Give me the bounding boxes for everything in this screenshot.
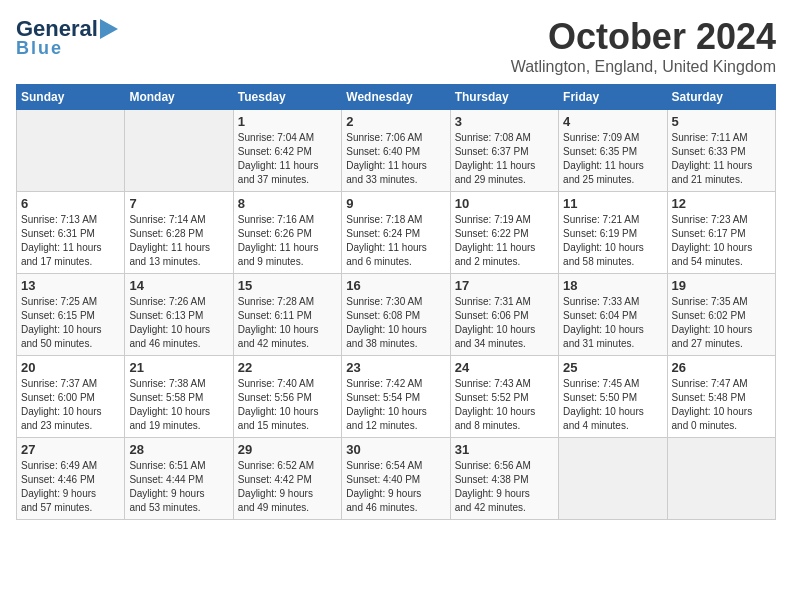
cell-content: Sunrise: 7:35 AM Sunset: 6:02 PM Dayligh… <box>672 295 771 351</box>
cell-content: Sunrise: 7:04 AM Sunset: 6:42 PM Dayligh… <box>238 131 337 187</box>
day-number: 28 <box>129 442 228 457</box>
day-number: 3 <box>455 114 554 129</box>
day-number: 22 <box>238 360 337 375</box>
day-number: 14 <box>129 278 228 293</box>
calendar-cell: 20Sunrise: 7:37 AM Sunset: 6:00 PM Dayli… <box>17 356 125 438</box>
calendar-cell: 16Sunrise: 7:30 AM Sunset: 6:08 PM Dayli… <box>342 274 450 356</box>
weekday-header-wednesday: Wednesday <box>342 85 450 110</box>
calendar-cell <box>559 438 667 520</box>
day-number: 2 <box>346 114 445 129</box>
page-header: General Blue October 2024 Watlington, En… <box>16 16 776 76</box>
calendar-week-3: 13Sunrise: 7:25 AM Sunset: 6:15 PM Dayli… <box>17 274 776 356</box>
svg-marker-0 <box>100 19 118 39</box>
cell-content: Sunrise: 7:08 AM Sunset: 6:37 PM Dayligh… <box>455 131 554 187</box>
day-number: 12 <box>672 196 771 211</box>
cell-content: Sunrise: 6:54 AM Sunset: 4:40 PM Dayligh… <box>346 459 445 515</box>
cell-content: Sunrise: 7:26 AM Sunset: 6:13 PM Dayligh… <box>129 295 228 351</box>
cell-content: Sunrise: 7:40 AM Sunset: 5:56 PM Dayligh… <box>238 377 337 433</box>
day-number: 19 <box>672 278 771 293</box>
cell-content: Sunrise: 7:11 AM Sunset: 6:33 PM Dayligh… <box>672 131 771 187</box>
cell-content: Sunrise: 7:25 AM Sunset: 6:15 PM Dayligh… <box>21 295 120 351</box>
day-number: 1 <box>238 114 337 129</box>
calendar-cell: 24Sunrise: 7:43 AM Sunset: 5:52 PM Dayli… <box>450 356 558 438</box>
calendar-cell: 31Sunrise: 6:56 AM Sunset: 4:38 PM Dayli… <box>450 438 558 520</box>
cell-content: Sunrise: 7:14 AM Sunset: 6:28 PM Dayligh… <box>129 213 228 269</box>
month-title: October 2024 <box>511 16 776 58</box>
calendar-cell: 23Sunrise: 7:42 AM Sunset: 5:54 PM Dayli… <box>342 356 450 438</box>
cell-content: Sunrise: 7:16 AM Sunset: 6:26 PM Dayligh… <box>238 213 337 269</box>
day-number: 11 <box>563 196 662 211</box>
cell-content: Sunrise: 7:31 AM Sunset: 6:06 PM Dayligh… <box>455 295 554 351</box>
calendar-cell: 11Sunrise: 7:21 AM Sunset: 6:19 PM Dayli… <box>559 192 667 274</box>
calendar-cell: 13Sunrise: 7:25 AM Sunset: 6:15 PM Dayli… <box>17 274 125 356</box>
day-number: 31 <box>455 442 554 457</box>
calendar-cell: 27Sunrise: 6:49 AM Sunset: 4:46 PM Dayli… <box>17 438 125 520</box>
calendar-week-5: 27Sunrise: 6:49 AM Sunset: 4:46 PM Dayli… <box>17 438 776 520</box>
cell-content: Sunrise: 7:47 AM Sunset: 5:48 PM Dayligh… <box>672 377 771 433</box>
location: Watlington, England, United Kingdom <box>511 58 776 76</box>
calendar-cell: 10Sunrise: 7:19 AM Sunset: 6:22 PM Dayli… <box>450 192 558 274</box>
day-number: 25 <box>563 360 662 375</box>
calendar-cell: 9Sunrise: 7:18 AM Sunset: 6:24 PM Daylig… <box>342 192 450 274</box>
calendar-cell: 3Sunrise: 7:08 AM Sunset: 6:37 PM Daylig… <box>450 110 558 192</box>
calendar-cell: 12Sunrise: 7:23 AM Sunset: 6:17 PM Dayli… <box>667 192 775 274</box>
logo-triangle-icon <box>100 19 118 39</box>
day-number: 29 <box>238 442 337 457</box>
cell-content: Sunrise: 7:37 AM Sunset: 6:00 PM Dayligh… <box>21 377 120 433</box>
cell-content: Sunrise: 7:45 AM Sunset: 5:50 PM Dayligh… <box>563 377 662 433</box>
weekday-header-tuesday: Tuesday <box>233 85 341 110</box>
day-number: 15 <box>238 278 337 293</box>
cell-content: Sunrise: 7:09 AM Sunset: 6:35 PM Dayligh… <box>563 131 662 187</box>
calendar-cell: 22Sunrise: 7:40 AM Sunset: 5:56 PM Dayli… <box>233 356 341 438</box>
cell-content: Sunrise: 7:19 AM Sunset: 6:22 PM Dayligh… <box>455 213 554 269</box>
calendar-cell: 18Sunrise: 7:33 AM Sunset: 6:04 PM Dayli… <box>559 274 667 356</box>
cell-content: Sunrise: 7:21 AM Sunset: 6:19 PM Dayligh… <box>563 213 662 269</box>
weekday-header-sunday: Sunday <box>17 85 125 110</box>
day-number: 24 <box>455 360 554 375</box>
calendar-cell: 15Sunrise: 7:28 AM Sunset: 6:11 PM Dayli… <box>233 274 341 356</box>
calendar-cell: 1Sunrise: 7:04 AM Sunset: 6:42 PM Daylig… <box>233 110 341 192</box>
calendar-cell <box>125 110 233 192</box>
cell-content: Sunrise: 7:06 AM Sunset: 6:40 PM Dayligh… <box>346 131 445 187</box>
day-number: 27 <box>21 442 120 457</box>
calendar-cell: 5Sunrise: 7:11 AM Sunset: 6:33 PM Daylig… <box>667 110 775 192</box>
calendar-cell: 6Sunrise: 7:13 AM Sunset: 6:31 PM Daylig… <box>17 192 125 274</box>
calendar-cell <box>17 110 125 192</box>
cell-content: Sunrise: 7:33 AM Sunset: 6:04 PM Dayligh… <box>563 295 662 351</box>
cell-content: Sunrise: 6:49 AM Sunset: 4:46 PM Dayligh… <box>21 459 120 515</box>
calendar-cell: 28Sunrise: 6:51 AM Sunset: 4:44 PM Dayli… <box>125 438 233 520</box>
logo-blue: Blue <box>16 38 63 59</box>
day-number: 30 <box>346 442 445 457</box>
day-number: 6 <box>21 196 120 211</box>
cell-content: Sunrise: 7:30 AM Sunset: 6:08 PM Dayligh… <box>346 295 445 351</box>
day-number: 8 <box>238 196 337 211</box>
cell-content: Sunrise: 7:23 AM Sunset: 6:17 PM Dayligh… <box>672 213 771 269</box>
weekday-header-friday: Friday <box>559 85 667 110</box>
day-number: 10 <box>455 196 554 211</box>
cell-content: Sunrise: 7:28 AM Sunset: 6:11 PM Dayligh… <box>238 295 337 351</box>
day-number: 16 <box>346 278 445 293</box>
calendar-cell: 2Sunrise: 7:06 AM Sunset: 6:40 PM Daylig… <box>342 110 450 192</box>
day-number: 20 <box>21 360 120 375</box>
day-number: 23 <box>346 360 445 375</box>
day-number: 9 <box>346 196 445 211</box>
logo: General Blue <box>16 16 120 59</box>
calendar-cell: 14Sunrise: 7:26 AM Sunset: 6:13 PM Dayli… <box>125 274 233 356</box>
calendar-cell <box>667 438 775 520</box>
calendar-cell: 8Sunrise: 7:16 AM Sunset: 6:26 PM Daylig… <box>233 192 341 274</box>
calendar-cell: 21Sunrise: 7:38 AM Sunset: 5:58 PM Dayli… <box>125 356 233 438</box>
cell-content: Sunrise: 7:38 AM Sunset: 5:58 PM Dayligh… <box>129 377 228 433</box>
cell-content: Sunrise: 7:43 AM Sunset: 5:52 PM Dayligh… <box>455 377 554 433</box>
calendar-cell: 26Sunrise: 7:47 AM Sunset: 5:48 PM Dayli… <box>667 356 775 438</box>
day-number: 4 <box>563 114 662 129</box>
cell-content: Sunrise: 7:42 AM Sunset: 5:54 PM Dayligh… <box>346 377 445 433</box>
day-number: 5 <box>672 114 771 129</box>
cell-content: Sunrise: 6:52 AM Sunset: 4:42 PM Dayligh… <box>238 459 337 515</box>
weekday-header-thursday: Thursday <box>450 85 558 110</box>
weekday-header-row: SundayMondayTuesdayWednesdayThursdayFrid… <box>17 85 776 110</box>
day-number: 7 <box>129 196 228 211</box>
cell-content: Sunrise: 6:56 AM Sunset: 4:38 PM Dayligh… <box>455 459 554 515</box>
calendar-cell: 30Sunrise: 6:54 AM Sunset: 4:40 PM Dayli… <box>342 438 450 520</box>
calendar-cell: 7Sunrise: 7:14 AM Sunset: 6:28 PM Daylig… <box>125 192 233 274</box>
cell-content: Sunrise: 7:18 AM Sunset: 6:24 PM Dayligh… <box>346 213 445 269</box>
